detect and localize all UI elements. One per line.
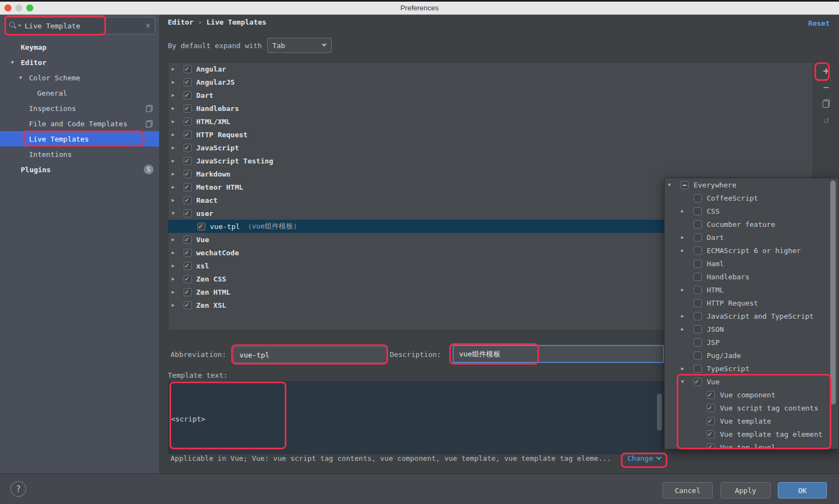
context-checkbox[interactable] — [680, 181, 689, 189]
tree-expand-icon[interactable] — [172, 250, 180, 255]
context-row[interactable]: Vue template tag element — [665, 427, 838, 441]
zoom-window-button[interactable] — [26, 4, 33, 11]
template-enabled-checkbox[interactable] — [184, 236, 192, 244]
tree-expand-icon[interactable] — [681, 208, 690, 214]
tree-expand-icon[interactable] — [172, 302, 180, 308]
template-enabled-checkbox[interactable] — [184, 131, 192, 139]
tree-expand-icon[interactable] — [172, 66, 180, 72]
tree-expand-icon[interactable] — [681, 313, 690, 319]
change-context-link[interactable]: Change — [627, 454, 661, 462]
sidebar-item[interactable]: Plugins 5 — [0, 162, 159, 177]
remove-template-button[interactable]: − — [813, 79, 839, 95]
template-enabled-checkbox[interactable] — [197, 222, 206, 231]
tree-expand-icon[interactable] — [19, 75, 29, 80]
template-text-editor[interactable]: <script> export default { name: "$0$", c… — [168, 381, 664, 454]
template-enabled-checkbox[interactable] — [184, 301, 192, 309]
tree-expand-icon[interactable] — [172, 145, 180, 150]
context-checkbox[interactable] — [694, 338, 702, 347]
template-enabled-checkbox[interactable] — [184, 157, 192, 165]
tree-expand-icon[interactable] — [172, 237, 180, 242]
context-checkbox[interactable] — [694, 299, 702, 307]
context-checkbox[interactable] — [707, 404, 715, 412]
context-checkbox[interactable] — [694, 194, 702, 202]
tree-expand-icon[interactable] — [681, 326, 690, 332]
template-row[interactable]: JavaScript — [168, 141, 813, 154]
tree-expand-icon[interactable] — [172, 263, 180, 268]
sidebar-item[interactable]: Editor — [0, 55, 159, 70]
tree-expand-icon[interactable] — [681, 235, 690, 240]
popup-scrollbar[interactable] — [830, 180, 836, 405]
duplicate-template-button[interactable] — [813, 95, 839, 112]
context-row[interactable]: HTTP Request — [665, 296, 838, 309]
context-row[interactable]: Vue template — [665, 414, 838, 427]
context-row[interactable]: Handlebars — [665, 270, 838, 283]
context-row[interactable]: CSS — [665, 204, 838, 218]
tree-expand-icon[interactable] — [172, 171, 180, 177]
settings-search-field[interactable]: Live Template × — [4, 17, 155, 34]
cancel-button[interactable]: Cancel — [662, 482, 713, 499]
template-enabled-checkbox[interactable] — [184, 275, 192, 283]
tree-expand-icon[interactable] — [11, 60, 21, 65]
context-checkbox[interactable] — [694, 378, 702, 386]
tree-expand-icon[interactable] — [172, 184, 180, 190]
abbreviation-input[interactable]: vue-tpl — [233, 347, 387, 363]
tree-expand-icon[interactable] — [172, 158, 180, 163]
template-enabled-checkbox[interactable] — [184, 78, 192, 86]
search-input-value[interactable]: Live Template — [25, 22, 145, 30]
tree-expand-icon[interactable] — [681, 379, 690, 384]
context-row[interactable]: Vue top-level — [665, 441, 838, 449]
context-checkbox[interactable] — [707, 430, 715, 438]
context-row[interactable]: JavaScript and TypeScript — [665, 309, 838, 323]
help-button[interactable]: ? — [10, 481, 26, 497]
tree-expand-icon[interactable] — [172, 119, 180, 124]
template-row[interactable]: Handlebars — [168, 102, 813, 115]
context-row[interactable]: HTML — [665, 283, 838, 296]
tree-expand-icon[interactable] — [668, 182, 677, 187]
tree-expand-icon[interactable] — [172, 289, 180, 295]
context-checkbox[interactable] — [694, 247, 702, 255]
template-enabled-checkbox[interactable] — [184, 104, 192, 113]
context-row[interactable]: Everywhere — [665, 178, 838, 191]
template-enabled-checkbox[interactable] — [184, 91, 192, 99]
context-checkbox[interactable] — [707, 443, 715, 450]
sidebar-item[interactable]: General — [0, 85, 159, 101]
context-checkbox[interactable] — [694, 233, 702, 242]
clear-search-icon[interactable]: × — [145, 21, 150, 31]
breadcrumb-section[interactable]: Editor — [168, 18, 193, 26]
context-row[interactable]: Pug/Jade — [665, 349, 838, 362]
context-checkbox[interactable] — [694, 351, 702, 360]
tree-expand-icon[interactable] — [681, 366, 690, 371]
context-row[interactable]: CoffeeScript — [665, 191, 838, 204]
sidebar-item[interactable]: Keymap — [0, 39, 159, 55]
sidebar-item[interactable]: File and Code Templates — [0, 116, 159, 131]
template-row[interactable]: HTTP Request — [168, 128, 813, 141]
context-row[interactable]: Vue component — [665, 388, 838, 401]
context-checkbox[interactable] — [694, 273, 702, 281]
template-row[interactable]: Dart — [168, 89, 813, 102]
reset-link[interactable]: Reset — [808, 19, 830, 27]
context-row[interactable]: Dart — [665, 231, 838, 244]
context-row[interactable]: ECMAScript 6 or higher — [665, 244, 838, 257]
close-window-button[interactable] — [4, 4, 11, 11]
template-enabled-checkbox[interactable] — [184, 183, 192, 191]
template-enabled-checkbox[interactable] — [184, 118, 192, 126]
context-row[interactable]: JSON — [665, 323, 838, 336]
context-row[interactable]: Haml — [665, 257, 838, 270]
context-checkbox[interactable] — [694, 365, 702, 373]
restore-defaults-button[interactable]: ↺ — [813, 112, 839, 128]
template-enabled-checkbox[interactable] — [184, 144, 192, 152]
tree-expand-icon[interactable] — [172, 106, 180, 111]
context-checkbox[interactable] — [707, 417, 715, 425]
sidebar-item[interactable]: Intentions — [0, 146, 159, 162]
context-row[interactable]: TypeScript — [665, 362, 838, 375]
sidebar-item[interactable]: Live Templates — [0, 131, 159, 146]
context-checkbox[interactable] — [707, 391, 715, 399]
context-checkbox[interactable] — [694, 312, 702, 320]
tree-expand-icon[interactable] — [172, 276, 180, 282]
tree-expand-icon[interactable] — [681, 287, 690, 292]
template-row[interactable]: HTML/XML — [168, 115, 813, 128]
expand-with-select[interactable]: Tab — [267, 38, 332, 53]
context-checkbox[interactable] — [694, 325, 702, 333]
description-input[interactable]: vue组件模板 — [453, 345, 664, 363]
context-row[interactable]: Vue script tag contents — [665, 401, 838, 414]
